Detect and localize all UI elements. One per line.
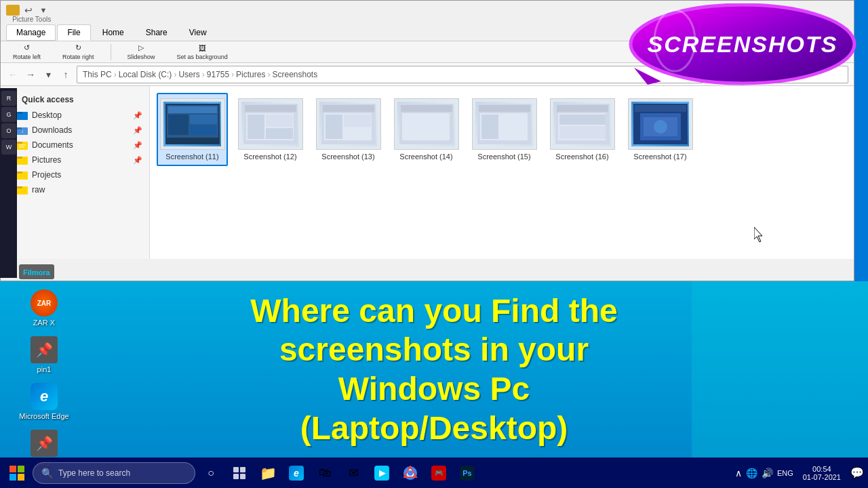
cortana-button[interactable]: ○ (198, 460, 224, 486)
screenshot-preview-14 (399, 104, 454, 144)
desktop-icon-pin1[interactable]: 📌 pin1 (5, 333, 83, 376)
documents-folder-icon (17, 140, 28, 150)
store-icon: 🛍 (319, 466, 331, 480)
task-view-icon (233, 467, 245, 479)
file-item-screenshot-11[interactable]: Screenshot (11) (157, 93, 228, 166)
file-item-screenshot-14[interactable]: Screenshot (14) (391, 93, 462, 166)
photoshop-icon: Ps (460, 466, 475, 481)
svg-rect-12 (17, 171, 22, 174)
screenshot-preview-11 (165, 104, 220, 144)
left-tool-3[interactable]: O (1, 123, 16, 138)
forward-button[interactable]: → (24, 68, 37, 81)
tab-share[interactable]: Share (136, 24, 178, 41)
screenshot-preview-16 (555, 104, 610, 144)
picture-tools-group: Picture Tools Manage (6, 14, 57, 41)
notification-icon[interactable]: 💬 (850, 466, 864, 479)
left-tool-4[interactable]: W (1, 140, 16, 155)
file-thumb-12 (238, 98, 303, 150)
keyboard-lang-label: ENG (777, 469, 793, 477)
svg-rect-55 (9, 474, 16, 481)
sidebar-item-projects[interactable]: Projects (1, 167, 149, 182)
file-item-screenshot-15[interactable]: Screenshot (15) (469, 93, 540, 166)
path-screenshots: Screenshots (272, 70, 317, 79)
taskbar-chrome[interactable] (397, 460, 423, 486)
background-label: Set as background (177, 54, 228, 60)
path-username: 91755 (207, 70, 229, 79)
sidebar-item-desktop[interactable]: Desktop 📌 (1, 108, 149, 123)
file-thumb-inner-15 (475, 102, 533, 147)
taskbar-store[interactable]: 🛍 (312, 460, 338, 486)
up-button[interactable]: ↑ (59, 68, 73, 81)
taskbar-edge[interactable]: e (283, 460, 309, 486)
ribbon-set-background[interactable]: 🖼 Set as background (172, 43, 233, 62)
pin2-emoji: 📌 (36, 435, 53, 451)
chevron-up-icon[interactable]: ∧ (735, 468, 742, 479)
system-clock[interactable]: 00:54 01-07-2021 (797, 465, 846, 481)
start-button[interactable] (4, 460, 30, 486)
sidebar-item-pictures[interactable]: Pictures 📌 (1, 152, 149, 167)
edge-label: Microsoft Edge (19, 412, 68, 420)
tab-manage[interactable]: Manage (6, 24, 56, 41)
svg-rect-8 (19, 146, 24, 148)
slideshow-label: Slideshow (127, 54, 155, 60)
desktop-icon-edge[interactable]: e Microsoft Edge (5, 380, 83, 423)
svg-rect-10 (17, 157, 22, 159)
svg-point-63 (408, 470, 413, 476)
ribbon-rotate-left[interactable]: ↺ Rotate left (7, 42, 46, 62)
file-thumb-inner-11 (163, 102, 221, 147)
network-icon[interactable]: 🌐 (746, 468, 757, 479)
desktop-icon-zarx[interactable]: ZAR ZAR X (5, 287, 83, 329)
file-item-screenshot-16[interactable]: Screenshot (16) (547, 93, 618, 166)
task-view-button[interactable] (226, 460, 252, 486)
ribbon-rotate-right[interactable]: ↻ Rotate right (57, 42, 100, 62)
sidebar-item-documents-label: Documents (32, 140, 73, 150)
left-tool-2[interactable]: G (1, 107, 16, 122)
mail-icon: ✉ (349, 466, 359, 481)
file-thumb-inner-17 (631, 102, 689, 147)
dropdown-button[interactable]: ▾ (41, 68, 55, 81)
taskbar-app7[interactable]: 🎮 (426, 460, 452, 486)
taskbar-photoshop[interactable]: Ps (454, 460, 480, 486)
taskbar-file-explorer[interactable]: 📁 (255, 460, 281, 486)
svg-rect-25 (266, 115, 293, 127)
sep1: › (114, 70, 117, 79)
overlay-line2: screenshots in your (279, 330, 589, 369)
file-thumb-inner-13 (319, 102, 377, 147)
overlay-content: ZAR ZAR X 📌 pin1 e Microsoft Edge 📌 pin2… (0, 281, 868, 458)
pin1-emoji: 📌 (36, 342, 53, 358)
explorer-body: ★ Quick access Desktop 📌 ↓ Downloads 📌 (1, 86, 854, 259)
file-thumb-11 (160, 98, 225, 150)
file-item-screenshot-17[interactable]: Screenshot (17) (625, 93, 696, 166)
file-thumb-inner-16 (553, 102, 611, 147)
sidebar-item-raw[interactable]: raw (1, 182, 149, 197)
sidebar-item-documents[interactable]: Documents 📌 (1, 138, 149, 152)
file-label-11: Screenshot (11) (165, 152, 218, 161)
ribbon-slideshow[interactable]: ▷ Slideshow (122, 42, 161, 62)
svg-rect-31 (344, 115, 371, 127)
back-button[interactable]: ← (6, 68, 20, 81)
tab-file[interactable]: File (57, 24, 90, 41)
file-item-screenshot-13[interactable]: Screenshot (13) (313, 93, 384, 166)
chrome-icon (403, 466, 418, 481)
screenshot-preview-15 (477, 104, 532, 144)
file-item-screenshot-12[interactable]: Screenshot (12) (235, 93, 306, 166)
taskbar-search-bar[interactable]: 🔍 Type here to search (33, 462, 195, 484)
volume-icon[interactable]: 🔊 (762, 468, 773, 479)
zarx-icon: ZAR (31, 289, 58, 317)
rotate-right-label: Rotate right (62, 54, 94, 60)
pin2-icon: 📌 (31, 430, 58, 457)
file-thumb-14 (394, 98, 459, 150)
pictures-folder-icon (17, 155, 28, 165)
svg-rect-33 (401, 105, 452, 112)
left-tool-1[interactable]: R (1, 91, 16, 106)
sidebar-item-downloads[interactable]: ↓ Downloads 📌 (1, 123, 149, 138)
right-highlight-block (692, 281, 868, 458)
desktop-folder-icon (17, 110, 28, 121)
clock-time: 00:54 (812, 465, 831, 473)
rotate-right-icon: ↻ (75, 43, 81, 52)
taskbar-filmora[interactable]: ▶ (369, 460, 395, 486)
tab-home[interactable]: Home (92, 24, 134, 41)
tab-view[interactable]: View (179, 24, 217, 41)
zarx-label: ZAR X (33, 319, 55, 327)
taskbar-mail[interactable]: ✉ (340, 460, 366, 486)
